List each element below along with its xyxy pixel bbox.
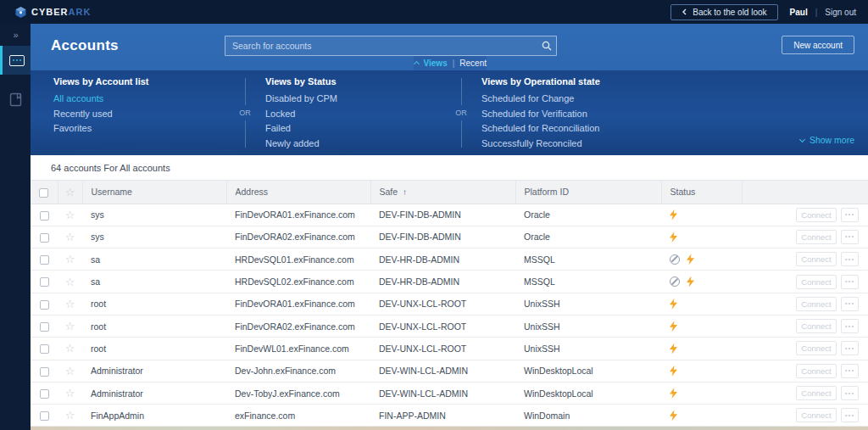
views-link[interactable]: Favorites (53, 123, 148, 133)
views-link[interactable]: Recently used (53, 109, 148, 119)
header-safe[interactable]: Safe↑ (370, 181, 515, 204)
views-link[interactable]: Locked (265, 109, 337, 119)
table-row[interactable]: ☆ sa HRDevSQL02.exFinance.com DEV-HR-DB-… (31, 271, 868, 293)
table-row[interactable]: ☆ Administrator Dev-John.exFinance.com D… (31, 360, 868, 382)
table-row[interactable]: ☆ FinAppAdmin exFinance.com FIN-APP-ADMI… (31, 405, 868, 427)
row-checkbox[interactable] (40, 389, 49, 399)
row-checkbox[interactable] (40, 411, 49, 421)
views-link[interactable]: Scheduled for Reconciliation (481, 123, 600, 133)
star-icon[interactable]: ☆ (65, 253, 75, 265)
signout-link[interactable]: Sign out (825, 8, 856, 17)
tab-views[interactable]: Views (424, 59, 448, 68)
row-favorite-cell: ☆ (58, 360, 82, 382)
search-icon[interactable] (537, 41, 556, 51)
connect-button[interactable]: Connect (796, 386, 837, 400)
header-status[interactable]: Status (661, 181, 742, 204)
connect-button[interactable]: Connect (796, 341, 837, 355)
table-row[interactable]: ☆ sa HRDevSQL01.exFinance.com DEV-HR-DB-… (31, 249, 868, 271)
star-icon[interactable]: ☆ (65, 298, 75, 310)
views-link[interactable]: Scheduled for Verification (481, 109, 600, 119)
new-account-button[interactable]: New account (782, 36, 854, 54)
row-checkbox[interactable] (40, 277, 49, 287)
star-icon[interactable]: ☆ (65, 320, 75, 332)
star-icon[interactable]: ☆ (65, 387, 75, 399)
table-row[interactable]: ☆ root FinDevORA02.exFinance.com DEV-UNX… (31, 315, 868, 337)
sidebar-item-accounts[interactable] (0, 46, 31, 75)
blocked-icon (670, 276, 680, 287)
lightning-bolt-icon (670, 232, 677, 243)
connect-button[interactable]: Connect (796, 230, 837, 244)
views-recent-tab: Views | Recent (414, 56, 487, 70)
connect-button[interactable]: Connect (796, 275, 837, 289)
views-link-list: All accountsRecently usedFavorites (53, 93, 148, 133)
search-input[interactable] (225, 41, 537, 51)
star-icon[interactable]: ☆ (65, 409, 75, 422)
show-more-label: Show more (810, 135, 854, 145)
header-address[interactable]: Address (226, 181, 370, 204)
sidebar-item-reports[interactable] (0, 85, 31, 114)
more-options-button[interactable]: ••• (841, 252, 859, 266)
status-icons (670, 321, 742, 332)
star-icon[interactable]: ☆ (65, 342, 75, 355)
table-row[interactable]: ☆ root FinDevORA01.exFinance.com DEV-UNX… (31, 293, 868, 315)
show-more-link[interactable]: Show more (799, 135, 854, 145)
cell-status (661, 271, 742, 293)
views-link[interactable]: Failed (265, 123, 337, 133)
more-options-button[interactable]: ••• (841, 364, 859, 378)
cell-status (661, 226, 742, 248)
more-options-button[interactable]: ••• (841, 275, 859, 289)
row-checkbox[interactable] (40, 255, 49, 265)
cell-platform-id: Oracle (515, 226, 661, 248)
row-checkbox[interactable] (40, 300, 49, 310)
more-options-button[interactable]: ••• (841, 230, 859, 244)
cell-actions: Connect ••• (742, 249, 868, 271)
more-options-button[interactable]: ••• (841, 297, 859, 311)
connect-button[interactable]: Connect (796, 319, 837, 333)
cell-address: FinDevORA02.exFinance.com (226, 315, 370, 337)
table-row[interactable]: ☆ sys FinDevORA01.exFinance.com DEV-FIN-… (31, 204, 868, 226)
connect-button[interactable]: Connect (796, 252, 837, 266)
table-row[interactable]: ☆ Administrator Dev-TobyJ.exFinance.com … (31, 382, 868, 404)
star-icon[interactable]: ☆ (65, 276, 75, 288)
cell-address: FinDevWL01.exFinance.com (226, 338, 370, 360)
star-icon[interactable]: ☆ (65, 365, 75, 377)
row-checkbox[interactable] (40, 233, 49, 243)
row-checkbox[interactable] (40, 344, 49, 354)
connect-button[interactable]: Connect (796, 297, 837, 311)
brand-light: ARK (69, 7, 92, 17)
views-link[interactable]: Disabled by CPM (265, 93, 337, 103)
header-username[interactable]: Username (82, 181, 226, 204)
cell-actions: Connect ••• (742, 360, 868, 382)
accounts-table: ☆ Username Address Safe↑ Platform ID Sta… (31, 181, 868, 427)
more-options-button[interactable]: ••• (841, 319, 859, 333)
lightning-bolt-icon (687, 276, 694, 288)
row-checkbox[interactable] (40, 367, 49, 377)
search-box (225, 36, 557, 56)
row-checkbox[interactable] (40, 211, 49, 221)
select-all-checkbox[interactable] (39, 188, 48, 198)
table-row[interactable]: ☆ root FinDevWL01.exFinance.com DEV-UNX-… (31, 338, 868, 360)
views-link[interactable]: All accounts (53, 93, 148, 103)
views-link[interactable]: Scheduled for Change (481, 93, 600, 103)
star-icon[interactable]: ☆ (65, 231, 75, 243)
table-row[interactable]: ☆ sys FinDevORA02.exFinance.com DEV-FIN-… (31, 226, 868, 248)
more-options-button[interactable]: ••• (841, 341, 859, 355)
connect-button[interactable]: Connect (796, 208, 837, 222)
more-options-button[interactable]: ••• (841, 208, 859, 222)
row-select-cell (31, 226, 58, 248)
cell-status (661, 249, 742, 271)
views-link[interactable]: Successfully Reconciled (481, 138, 600, 148)
more-options-button[interactable]: ••• (841, 386, 859, 400)
star-icon[interactable]: ☆ (65, 209, 75, 221)
back-to-old-look-button[interactable]: Back to the old look (670, 4, 777, 20)
more-options-button[interactable]: ••• (841, 408, 859, 422)
username-label[interactable]: Paul (790, 8, 808, 17)
views-link[interactable]: Newly added (265, 138, 337, 148)
expand-sidebar-button[interactable]: » (0, 24, 31, 46)
row-checkbox[interactable] (40, 322, 49, 332)
connect-button[interactable]: Connect (796, 364, 837, 378)
tab-recent[interactable]: Recent (459, 59, 487, 68)
connect-button[interactable]: Connect (796, 408, 837, 422)
status-icons (670, 410, 742, 421)
header-platform-id[interactable]: Platform ID (515, 181, 661, 204)
